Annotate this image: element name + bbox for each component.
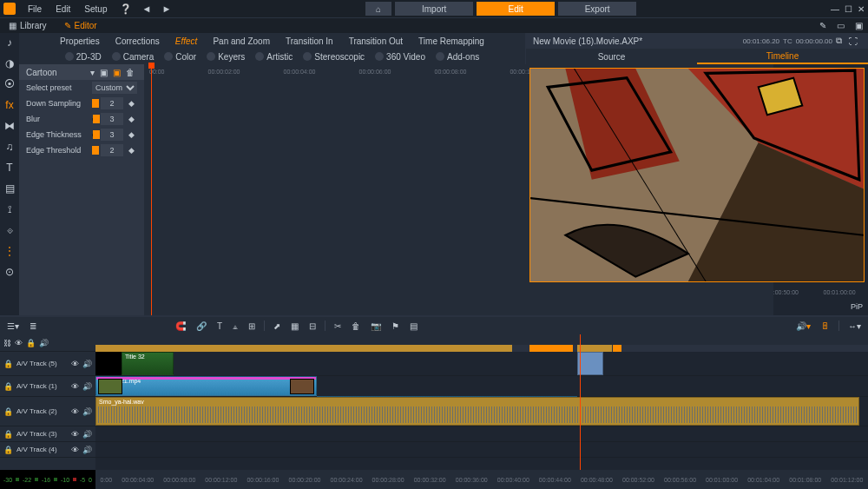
param-edgethick-slider[interactable] <box>92 134 95 136</box>
tl-tracklist-icon[interactable]: ☰▾ <box>5 321 21 331</box>
home-button[interactable]: ⌂ <box>365 2 391 16</box>
tool-clip-icon[interactable]: ⟐ <box>3 224 16 236</box>
timeline-marker-4[interactable] <box>613 345 621 352</box>
tl-magnet-icon[interactable]: 🧲 <box>174 321 187 331</box>
param-blur-keyframe-icon[interactable]: ◆ <box>128 115 137 123</box>
track3-lock-icon[interactable]: 🔒 <box>3 430 13 439</box>
subcat-360[interactable]: 360 Video <box>375 52 425 62</box>
preset-select[interactable]: Custom <box>92 82 137 94</box>
cat-properties[interactable]: Properties <box>60 36 100 46</box>
clip-audio[interactable]: Smo_ya-hal.wav <box>95 397 859 426</box>
param-downsampling-value[interactable]: 2 <box>101 97 123 109</box>
library-tab[interactable]: ▦Library <box>0 21 56 30</box>
help-icon[interactable]: ❔ <box>115 3 137 15</box>
preview-timeline-tab[interactable]: Timeline <box>697 49 868 64</box>
tool-palette-icon[interactable]: ◑ <box>3 57 16 69</box>
subcat-artistic[interactable]: Artistic <box>255 52 293 62</box>
clip-still[interactable] <box>577 352 603 375</box>
track3-name[interactable]: A/V Track (3) <box>16 430 68 438</box>
track-master-audio-icon[interactable]: 🔊 <box>39 339 49 347</box>
clip-img2221[interactable]: IMG_2221.mp4 <box>95 376 317 396</box>
editor-tab[interactable]: ✎Editor <box>56 21 106 30</box>
timeline-marker-row[interactable] <box>95 345 868 352</box>
forward-icon[interactable]: ► <box>156 3 176 14</box>
tl-trim-icon[interactable]: ⊟ <box>307 321 318 331</box>
close-icon[interactable]: ✕ <box>858 4 865 14</box>
preview-expand-icon[interactable]: ⛶ <box>845 36 861 46</box>
clip-title32-body[interactable]: Title 32 <box>122 352 174 375</box>
cat-transout[interactable]: Transition Out <box>349 36 403 46</box>
edit-tab[interactable]: Edit <box>477 2 555 16</box>
clip-title32[interactable] <box>95 352 122 375</box>
effect-delete-icon[interactable]: 🗑 <box>123 68 137 77</box>
effect-expand-icon[interactable]: ▾ <box>88 68 97 77</box>
subcat-camera[interactable]: Camera <box>112 52 155 62</box>
fx-brush-icon[interactable]: ✎ <box>814 21 832 30</box>
tl-multicam-icon[interactable]: ▦ <box>289 321 300 331</box>
preview-source-tab[interactable]: Source <box>526 49 697 64</box>
track2-eye-icon[interactable]: 👁 <box>71 407 79 416</box>
param-blur-value[interactable]: 3 <box>101 113 123 125</box>
param-edgethick-value[interactable]: 3 <box>101 129 123 141</box>
cat-transin[interactable]: Transition In <box>286 36 333 46</box>
cat-panzoom[interactable]: Pan and Zoom <box>213 36 270 46</box>
tl-motion-icon[interactable]: ⊞ <box>247 321 257 331</box>
tool-fx-icon[interactable]: fx <box>3 99 16 111</box>
menu-file[interactable]: File <box>21 4 49 14</box>
tl-arrow-icon[interactable]: ⬈ <box>272 321 282 331</box>
preview-viewport[interactable] <box>529 68 865 282</box>
timeline-zoom-ruler[interactable]: 0:0000:00:04:0000:00:08:0000:00:12:0000:… <box>95 470 868 489</box>
tl-storyboard-icon[interactable]: ≣ <box>28 321 38 331</box>
tl-title-icon[interactable]: T <box>215 321 224 331</box>
param-edgethresh-slider[interactable] <box>92 149 95 152</box>
tool-record-icon[interactable]: ⦿ <box>3 78 16 90</box>
param-blur-slider[interactable] <box>92 118 95 121</box>
track5-eye-icon[interactable]: 👁 <box>71 360 79 368</box>
cat-timeremap[interactable]: Time Remapping <box>418 36 484 46</box>
track5-name[interactable]: A/V Track (5) <box>16 360 68 367</box>
track-master-link-icon[interactable]: ⛓ <box>3 339 11 347</box>
track4-lock-icon[interactable]: 🔒 <box>3 446 13 454</box>
tool-music-icon[interactable]: ♪ <box>3 36 16 49</box>
tl-zoom-icon[interactable]: ↔▾ <box>846 321 863 331</box>
pip-button[interactable]: PiP <box>851 302 868 311</box>
back-icon[interactable]: ◄ <box>137 3 157 14</box>
subcat-stereo[interactable]: Stereoscopic <box>303 52 365 62</box>
track2-name[interactable]: A/V Track (2) <box>16 407 68 415</box>
cat-effect[interactable]: Effect <box>175 36 198 46</box>
timeline-playhead[interactable] <box>580 334 581 470</box>
param-edgethresh-value[interactable]: 2 <box>101 144 123 156</box>
minimize-icon[interactable]: — <box>831 4 839 14</box>
effect-playhead[interactable] <box>151 64 152 315</box>
track3-eye-icon[interactable]: 👁 <box>71 430 79 439</box>
track5-audio-icon[interactable]: 🔊 <box>82 360 92 368</box>
track3-audio-icon[interactable]: 🔊 <box>82 430 92 439</box>
tl-delete-icon[interactable]: 🗑 <box>350 321 362 331</box>
track2-audio-icon[interactable]: 🔊 <box>82 407 92 416</box>
track2-lock-icon[interactable]: 🔒 <box>3 407 13 416</box>
track1-eye-icon[interactable]: 👁 <box>71 382 79 391</box>
track-master-eye-icon[interactable]: 👁 <box>15 339 23 347</box>
tool-title-icon[interactable]: T <box>3 162 16 174</box>
menu-edit[interactable]: Edit <box>49 4 77 14</box>
export-tab[interactable]: Export <box>558 2 636 16</box>
tool-more-icon[interactable]: ⋮ <box>3 245 16 257</box>
param-edgethick-keyframe-icon[interactable]: ◆ <box>128 130 137 139</box>
tl-volume-icon[interactable]: 🔊▾ <box>794 321 812 331</box>
subcat-keyers[interactable]: Keyers <box>207 52 245 62</box>
tl-mixer-icon[interactable]: 🎚 <box>819 321 832 331</box>
track4-audio-icon[interactable]: 🔊 <box>82 446 92 454</box>
track5-lock-icon[interactable]: 🔒 <box>3 360 13 368</box>
tl-marker-icon[interactable]: ⚑ <box>390 321 401 331</box>
tl-link-icon[interactable]: 🔗 <box>194 321 208 331</box>
track4-eye-icon[interactable]: 👁 <box>71 446 79 454</box>
timeline-marker-3[interactable] <box>577 345 612 352</box>
track1-lock-icon[interactable]: 🔒 <box>3 382 13 391</box>
param-downsampling-keyframe-icon[interactable]: ◆ <box>128 99 137 108</box>
tool-transition-icon[interactable]: ⧓ <box>3 120 16 132</box>
timeline-marker-1[interactable] <box>95 345 512 352</box>
timeline-marker-2[interactable] <box>529 345 573 352</box>
param-edgethresh-keyframe-icon[interactable]: ◆ <box>128 146 137 155</box>
tool-marker-icon[interactable]: ⟟ <box>3 203 16 215</box>
subcat-2d3d[interactable]: 2D-3D <box>65 52 102 62</box>
